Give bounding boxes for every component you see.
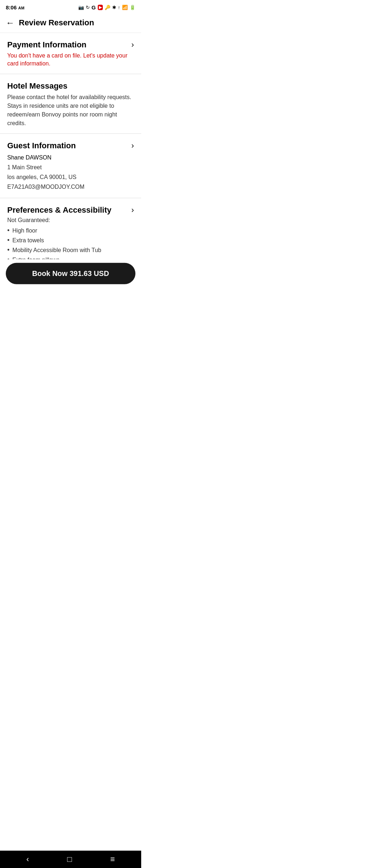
book-btn-container: Book Now 391.63 USD: [0, 259, 141, 288]
battery-icon: 🔋: [130, 5, 135, 10]
ampm-text: AM: [18, 6, 24, 10]
record-icon: ▶: [98, 5, 103, 10]
guest-name: Shane DAWSON: [7, 153, 134, 162]
time-text: 8:06: [6, 4, 17, 10]
preferences-chevron-icon: ›: [131, 205, 134, 215]
guest-info-title: Guest Information: [7, 141, 76, 150]
payment-title: Payment Information: [7, 40, 87, 50]
guest-address2: los angeles, CA 90001, US: [7, 172, 134, 182]
list-item: Mobility Accessible Room with Tub: [7, 245, 134, 255]
hotel-messages-header: Hotel Messages: [7, 81, 134, 91]
guest-info-chevron-icon: ›: [131, 141, 134, 150]
bluetooth-icon: ✱: [112, 5, 116, 10]
signal-icon: ↑: [118, 5, 121, 10]
hotel-messages-section: Hotel Messages Please contact the hotel …: [0, 74, 141, 134]
status-left: 8:06 AM: [6, 4, 24, 10]
payment-header[interactable]: Payment Information ›: [7, 40, 134, 50]
g-icon: G: [92, 4, 96, 10]
status-time: 8:06 AM: [6, 4, 24, 10]
payment-chevron-icon: ›: [131, 40, 134, 50]
status-icons: 📷 ↻ G ▶ 🔑 ✱ ↑ 📶 🔋: [78, 4, 135, 10]
guest-info-section: Guest Information › Shane DAWSON 1 Main …: [0, 134, 141, 198]
back-button[interactable]: ←: [6, 18, 14, 27]
book-now-button[interactable]: Book Now 391.63 USD: [6, 263, 135, 284]
list-item: Extra towels: [7, 235, 134, 245]
not-guaranteed-label: Not Guaranteed:: [7, 217, 134, 224]
video-icon: 📷: [78, 5, 84, 10]
list-item: High floor: [7, 226, 134, 235]
page-title: Review Reservation: [19, 18, 94, 27]
preferences-header[interactable]: Preferences & Accessibility ›: [7, 205, 134, 215]
wifi-icon: 📶: [122, 5, 128, 10]
payment-section: Payment Information › You don't have a c…: [0, 33, 141, 74]
preferences-list: High floor Extra towels Mobility Accessi…: [7, 226, 134, 265]
header: ← Review Reservation: [0, 13, 141, 33]
payment-warning: You don't have a card on file. Let's upd…: [7, 52, 134, 68]
preferences-title: Preferences & Accessibility: [7, 205, 112, 215]
refresh-icon: ↻: [86, 5, 90, 10]
guest-email: E7A21A03@MOODJOY.COM: [7, 182, 134, 192]
key-icon: 🔑: [105, 5, 110, 10]
guest-info-header[interactable]: Guest Information ›: [7, 141, 134, 150]
content: Payment Information › You don't have a c…: [0, 33, 141, 271]
hotel-messages-title: Hotel Messages: [7, 81, 67, 91]
hotel-messages-body: Please contact the hotel for availabilit…: [7, 93, 134, 128]
guest-address1: 1 Main Street: [7, 162, 134, 172]
status-bar: 8:06 AM 📷 ↻ G ▶ 🔑 ✱ ↑ 📶 🔋: [0, 0, 141, 13]
